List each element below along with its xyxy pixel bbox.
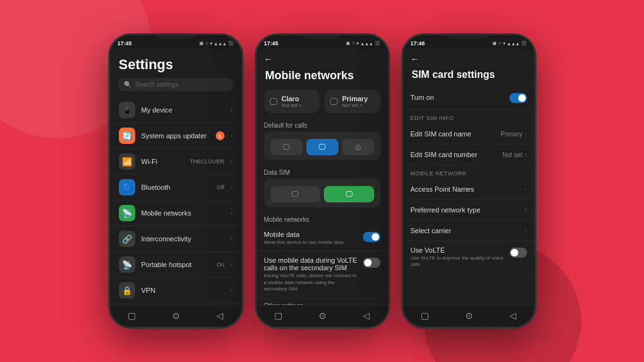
chevron-icon: › <box>231 287 233 293</box>
calls-btn-auto[interactable]: ◎ <box>342 139 374 155</box>
status-bar-1: 17:45 ▣ ☆ ♦ ▲▲▲ ⬛ <box>110 35 242 49</box>
nav-circle-3[interactable]: ⊙ <box>465 310 473 321</box>
time-3: 17:46 <box>411 40 425 47</box>
default-calls-label: Default for calls <box>257 118 388 131</box>
interconnect-icon: 🔗 <box>119 231 135 247</box>
mobile-data-desc: Allow this device to use mobile data <box>264 239 358 246</box>
nav-square-2[interactable]: ▢ <box>274 310 282 321</box>
chevron-icon: › <box>231 184 233 190</box>
nav-circle-2[interactable]: ⊙ <box>319 310 326 321</box>
update-badge: 1 <box>216 131 225 140</box>
volte-calls-label: Use mobile data during VoLTE calls on th… <box>264 256 358 272</box>
sim-card-name-item[interactable]: Edit SIM card name Primary › <box>403 124 535 145</box>
nav-back[interactable]: ◁ <box>216 310 223 321</box>
preferred-network-item[interactable]: Preferred network type › <box>403 200 535 221</box>
mobile-networks-section: Mobile networks <box>257 212 388 226</box>
search-placeholder: Search settings <box>135 81 179 88</box>
calls-btn-primary[interactable]: 🖵 <box>306 139 338 155</box>
chevron-icon: › <box>231 236 233 242</box>
volte-label: Use VoLTE <box>411 246 504 254</box>
sim-settings-title: SIM card settings <box>403 69 535 85</box>
settings-content: Settings 🔍 Search settings 📱 My device ›… <box>110 49 242 305</box>
interconnect-label: Interconnectivity <box>142 235 225 243</box>
status-bar-3: 17:46 ▣ ☆ ♦ ▲▲▲ ⬛ <box>403 35 535 49</box>
phone-mobile-networks: 17:45 ▣ ☆ ♦ ▲▲▲ ⬛ ← Mobile networks 🖵 Cl… <box>255 33 390 329</box>
chevron-apn: › <box>525 186 527 192</box>
nav-square-3[interactable]: ▢ <box>421 310 429 321</box>
nav-back-2[interactable]: ◁ <box>363 310 370 321</box>
calls-buttons: 🖵 🖵 ◎ <box>270 139 374 155</box>
access-point-label: Access Point Names <box>411 185 523 193</box>
mobile-data-label: Mobile data <box>264 231 358 238</box>
settings-list: 📱 My device › 🔄 System apps updater 1 › … <box>110 97 242 305</box>
access-point-names-item[interactable]: Access Point Names › <box>403 179 535 200</box>
settings-item-device[interactable]: 📱 My device › <box>110 97 242 123</box>
sim-primary-name: Primary <box>342 95 368 102</box>
sim-primary[interactable]: 🖵 Primary Not set > <box>325 90 380 113</box>
status-bar-2: 17:45 ▣ ☆ ♦ ▲▲▲ ⬛ <box>257 35 388 49</box>
calls-btn-claro[interactable]: 🖵 <box>270 139 303 155</box>
sim-card-number-item[interactable]: Edit SIM card number Not set › <box>403 145 535 165</box>
page-header-2: ← <box>257 49 388 69</box>
status-icons-2: ▣ ☆ ♦ ▲▲▲ ⬛ <box>346 41 380 46</box>
wifi-value: THECLOVER <box>189 158 224 165</box>
bt-label: Bluetooth <box>142 184 211 191</box>
device-icon: 📱 <box>119 102 135 118</box>
chevron-name: › <box>525 131 527 137</box>
chevron-number: › <box>525 151 527 158</box>
nav-circle[interactable]: ⊙ <box>172 310 180 321</box>
status-icons-1: ▣ ☆ ♦ ▲▲▲ ⬛ <box>199 41 233 46</box>
data-selector: 🖵 🖵 <box>264 178 380 207</box>
search-icon: 🔍 <box>124 81 131 88</box>
sim-claro[interactable]: 🖵 Claro Not set > <box>264 90 320 113</box>
sim-primary-status: Not set > <box>342 102 368 108</box>
nav-bar-2: ▢ ⊙ ◁ <box>257 305 388 327</box>
phones-container: 17:45 ▣ ☆ ♦ ▲▲▲ ⬛ Settings 🔍 Search sett… <box>108 33 536 329</box>
chevron-icon: › <box>231 210 233 216</box>
volte-desc: Use VoLTE to improve the quality of voic… <box>411 255 504 268</box>
sim-claro-name: Claro <box>282 95 302 102</box>
settings-item-bluetooth[interactable]: 🔵 Bluetooth Off › <box>110 175 242 200</box>
sim-claro-status: Not set > <box>282 102 302 108</box>
mobile-label: Mobile networks <box>142 209 225 217</box>
hotspot-label: Portable hotspot <box>142 261 211 268</box>
sim-card-name-value: Primary <box>501 131 522 138</box>
volte-switch[interactable] <box>509 248 527 258</box>
settings-item-mobile[interactable]: 📡 Mobile networks › <box>110 200 242 226</box>
calls-selector: 🖵 🖵 ◎ <box>264 131 380 160</box>
settings-item-wifi[interactable]: 📶 Wi-Fi THECLOVER › <box>110 149 242 175</box>
settings-title: Settings <box>110 49 242 78</box>
mobile-network-section: Mobile network <box>403 165 535 179</box>
data-btn-claro[interactable]: 🖵 <box>270 186 321 202</box>
volte-calls-switch[interactable] <box>363 258 380 268</box>
settings-item-hotspot[interactable]: 📡 Portable hotspot On › <box>110 252 242 278</box>
data-sim-label: Data SIM <box>257 165 388 178</box>
chevron-icon: › <box>231 133 233 139</box>
bluetooth-icon: 🔵 <box>119 179 135 195</box>
phone-settings: 17:45 ▣ ☆ ♦ ▲▲▲ ⬛ Settings 🔍 Search sett… <box>108 33 243 329</box>
wifi-label: Wi-Fi <box>142 158 184 165</box>
settings-item-vpn[interactable]: 🔒 VPN › <box>110 278 242 304</box>
page-header-3: ← <box>403 49 535 69</box>
update-icon: 🔄 <box>119 128 135 144</box>
edit-sim-section: Edit SIM info <box>403 110 535 124</box>
nav-back-3[interactable]: ◁ <box>509 310 516 321</box>
nav-bar-3: ▢ ⊙ ◁ <box>403 305 535 327</box>
select-carrier-item[interactable]: Select carrier › <box>403 221 535 241</box>
status-icons-3: ▣ ☆ ♦ ▲▲▲ ⬛ <box>492 41 526 46</box>
search-bar[interactable]: 🔍 Search settings <box>118 78 234 91</box>
wifi-icon: 📶 <box>119 153 135 170</box>
back-button-2[interactable]: ← <box>264 54 273 64</box>
turn-on-row: Turn on <box>403 85 535 110</box>
back-button-3[interactable]: ← <box>411 54 419 64</box>
turn-on-switch[interactable] <box>509 93 527 103</box>
time-2: 17:45 <box>264 40 279 47</box>
turn-on-label: Turn on <box>411 94 509 101</box>
settings-item-interconnect[interactable]: 🔗 Interconnectivity › <box>110 226 242 252</box>
nav-square[interactable]: ▢ <box>128 310 136 321</box>
mobile-data-switch[interactable] <box>363 232 380 242</box>
settings-item-updater[interactable]: 🔄 System apps updater 1 › <box>110 123 242 149</box>
bt-value: Off <box>217 184 225 190</box>
updater-label: System apps updater <box>142 132 209 140</box>
data-btn-primary[interactable]: 🖵 <box>324 186 374 202</box>
